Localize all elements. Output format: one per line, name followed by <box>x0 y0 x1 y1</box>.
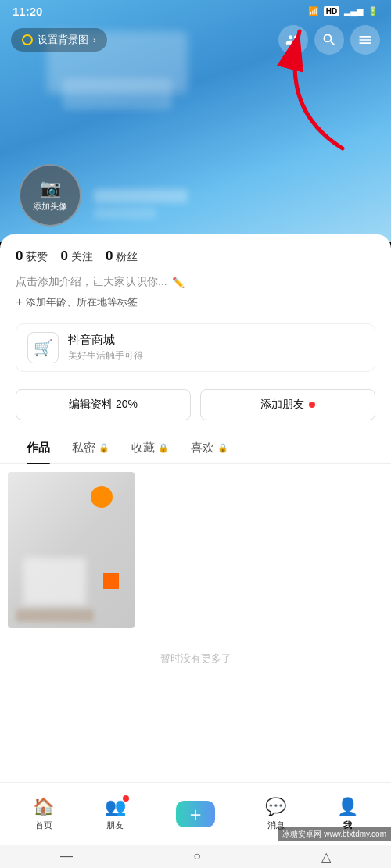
nav-plus[interactable]: ＋ <box>176 801 215 827</box>
nav-friends-label: 朋友 <box>106 820 124 831</box>
followers-stat: 0 粉丝 <box>106 248 138 264</box>
likes-label: 获赞 <box>26 250 48 264</box>
following-stat: 0 关注 <box>60 248 92 264</box>
plus-icon: + <box>16 295 23 309</box>
content-grid <box>0 464 391 636</box>
following-label: 关注 <box>71 250 93 264</box>
no-more-text: 暂时没有更多了 <box>0 636 391 689</box>
action-buttons: 编辑资料 20% 添加朋友 <box>0 381 391 428</box>
shop-card[interactable]: 🛒 抖音商城 美好生活触手可得 <box>16 323 375 372</box>
status-bar: 11:20 📶 HD ▂▄▆ 🔋 <box>0 0 391 23</box>
video-thumbnail[interactable] <box>8 472 135 628</box>
watermark: 冰糖安卓网 www.btxtdmy.com <box>278 827 391 841</box>
shop-desc: 美好生活触手可得 <box>68 349 143 363</box>
thumb-detail-3 <box>103 573 119 589</box>
tab-favorites-label: 收藏 <box>131 441 155 455</box>
tags-label: 添加年龄、所在地等标签 <box>26 295 138 309</box>
add-tags-button[interactable]: + 添加年龄、所在地等标签 <box>16 295 375 309</box>
thumb-detail-1 <box>91 486 113 508</box>
tab-likes-label: 喜欢 <box>191 441 214 455</box>
plus-button[interactable]: ＋ <box>176 801 215 827</box>
lock-icon-1: 🔒 <box>99 443 109 453</box>
followers-label: 粉丝 <box>116 250 138 264</box>
search-icon <box>321 32 337 48</box>
edit-icon[interactable]: ✏️ <box>172 277 185 288</box>
recent-button[interactable]: △ <box>321 849 331 864</box>
banner-nav: 设置背景图 › <box>0 25 391 55</box>
avatar-area: 📷 添加头像 <box>19 164 81 227</box>
banner-blur-2 <box>63 78 172 109</box>
back-button[interactable]: — <box>60 849 73 863</box>
shop-name: 抖音商城 <box>68 333 143 348</box>
set-bg-label: 设置背景图 <box>38 33 88 47</box>
username-area <box>94 189 188 219</box>
search-button[interactable] <box>314 25 344 55</box>
avatar-label: 添加头像 <box>33 201 67 213</box>
camera-icon: 📷 <box>40 178 61 198</box>
message-icon: 💬 <box>265 797 286 817</box>
tab-private[interactable]: 私密 🔒 <box>61 433 120 463</box>
shop-info: 抖音商城 美好生活触手可得 <box>68 333 143 363</box>
home-button[interactable]: ○ <box>193 849 201 863</box>
dot-icon <box>22 34 33 45</box>
likes-count: 0 <box>16 248 23 264</box>
nav-home[interactable]: 🏠 首页 <box>33 797 54 831</box>
set-bg-arrow: › <box>93 35 96 45</box>
nav-home-label: 首页 <box>35 820 52 831</box>
home-icon: 🏠 <box>33 797 54 817</box>
main-card: 0 获赞 0 关注 0 粉丝 点击添加介绍，让大家认识你... ✏️ + 添加年… <box>0 234 391 782</box>
tab-private-label: 私密 <box>72 441 95 455</box>
followers-count: 0 <box>106 248 113 264</box>
notification-dot <box>309 402 315 408</box>
banner: 设置背景图 › <box>0 0 391 242</box>
tabs-row: 作品 私密 🔒 收藏 🔒 喜欢 🔒 <box>0 433 391 464</box>
menu-icon <box>357 32 373 48</box>
nav-friends[interactable]: 👥 朋友 <box>105 797 126 831</box>
username-blur2 <box>94 208 156 219</box>
friends-button[interactable] <box>278 25 308 55</box>
edit-profile-button[interactable]: 编辑资料 20% <box>16 389 191 420</box>
bio-text[interactable]: 点击添加介绍，让大家认识你... ✏️ <box>16 275 375 289</box>
friends-icon <box>285 32 301 48</box>
avatar-button[interactable]: 📷 添加头像 <box>19 164 81 227</box>
battery-icon: 🔋 <box>368 6 378 16</box>
nav-profile[interactable]: 👤 我 <box>337 797 358 831</box>
wifi-icon: 📶 <box>308 6 319 16</box>
shop-icon: 🛒 <box>27 332 59 363</box>
menu-button[interactable] <box>350 25 380 55</box>
lock-icon-2: 🔒 <box>158 443 169 453</box>
tab-works[interactable]: 作品 <box>16 433 61 463</box>
bio-placeholder: 点击添加介绍，让大家认识你... <box>16 275 167 289</box>
friends-dot <box>123 795 129 802</box>
thumb-detail-4 <box>16 609 94 622</box>
stats-row: 0 获赞 0 关注 0 粉丝 <box>0 234 391 272</box>
system-bar: — ○ △ <box>0 845 391 868</box>
banner-right-icons <box>278 25 380 55</box>
signal-icon: ▂▄▆ <box>344 6 363 16</box>
tab-likes[interactable]: 喜欢 🔒 <box>180 433 239 463</box>
tab-favorites[interactable]: 收藏 🔒 <box>120 433 180 463</box>
nav-messages[interactable]: 💬 消息 <box>265 797 286 831</box>
add-friend-button[interactable]: 添加朋友 <box>200 389 375 420</box>
add-friend-label: 添加朋友 <box>260 398 304 412</box>
likes-stat: 0 获赞 <box>16 248 48 264</box>
lock-icon-3: 🔒 <box>217 443 228 453</box>
hd-icon: HD <box>324 6 339 16</box>
username-blur <box>94 189 188 203</box>
plus-icon-btn: ＋ <box>186 802 205 827</box>
set-background-button[interactable]: 设置背景图 › <box>11 28 107 52</box>
status-time: 11:20 <box>13 5 42 18</box>
following-count: 0 <box>60 248 67 264</box>
status-icons: 📶 HD ▂▄▆ 🔋 <box>308 6 378 16</box>
tab-works-label: 作品 <box>27 441 50 455</box>
thumb-detail-2 <box>23 558 86 605</box>
bio-area: 点击添加介绍，让大家认识你... ✏️ + 添加年龄、所在地等标签 <box>0 272 391 314</box>
profile-icon: 👤 <box>337 797 358 817</box>
